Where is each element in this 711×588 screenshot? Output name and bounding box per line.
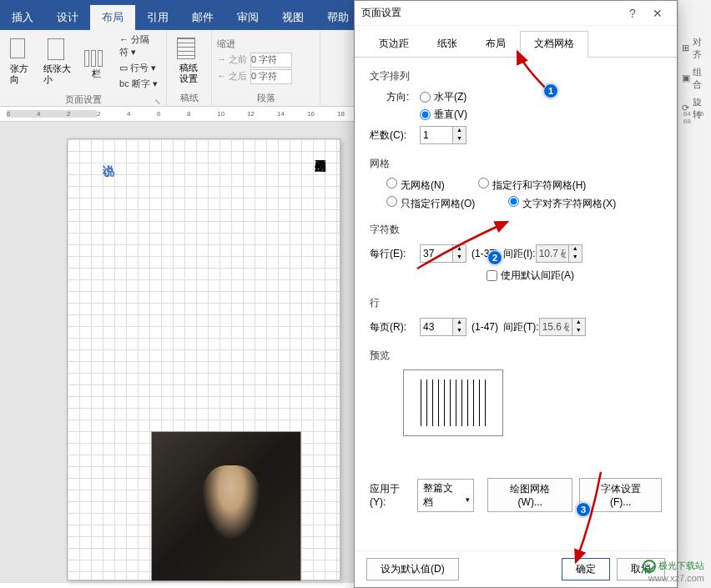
horizontal-radio[interactable] xyxy=(420,92,431,103)
page-setup-group-label: 页面设置⤡ xyxy=(5,92,161,108)
direction-label: 方向: xyxy=(386,90,420,104)
preview-box xyxy=(403,369,503,436)
annotation-badge-3: 3 xyxy=(576,502,591,517)
line-spacing-label: 间距(T): xyxy=(503,320,539,334)
columns-label: 栏 xyxy=(92,68,101,79)
document-image[interactable] xyxy=(151,431,301,581)
ok-button[interactable]: 确定 xyxy=(562,558,610,580)
text-direction-section: 文字排列 xyxy=(370,69,662,83)
chars-section: 字符数 xyxy=(370,223,662,237)
annotation-badge-1: 1 xyxy=(543,83,558,98)
page-setup-dialog: 页面设置 ? ✕ 页边距 纸张 布局 文档网格 文字排列 方向: 水平(Z) 垂… xyxy=(354,0,678,588)
dialog-title: 页面设置 xyxy=(361,6,620,20)
orientation-label: 张方向 xyxy=(10,63,33,85)
tab-mailings[interactable]: 邮件 xyxy=(180,5,225,30)
dlg-tab-paper[interactable]: 纸张 xyxy=(423,31,471,57)
size-label: 纸张大小 xyxy=(43,63,74,85)
grid-section: 网格 xyxy=(370,157,662,171)
dialog-tabs: 页边距 纸张 布局 文档网格 xyxy=(355,31,677,58)
tab-design[interactable]: 设计 xyxy=(45,5,90,30)
grid-none-radio[interactable] xyxy=(386,178,397,188)
per-line-label: 每行(E): xyxy=(370,247,420,261)
group-icon: ▣ xyxy=(682,73,691,84)
set-default-button[interactable]: 设为默认值(D) xyxy=(366,558,459,580)
orientation-button[interactable]: 张方向 xyxy=(5,32,38,92)
indent-header: 缩进 xyxy=(217,38,315,52)
page-setup-launcher-icon[interactable]: ⤡ xyxy=(154,98,161,106)
group-button[interactable]: ▣组合 xyxy=(678,63,711,93)
default-spacing-checkbox[interactable] xyxy=(487,270,497,281)
annotation-badge-2: 2 xyxy=(487,250,502,265)
hyphenation-button[interactable]: bc 断字 ▾ xyxy=(116,76,161,92)
dlg-tab-margins[interactable]: 页边距 xyxy=(365,31,423,57)
columns-count-spinner[interactable]: ▲▼ xyxy=(420,126,466,144)
dialog-titlebar[interactable]: 页面设置 ? ✕ xyxy=(355,1,677,26)
indent-after-label: ← 之后 xyxy=(217,70,250,83)
tab-references[interactable]: 引用 xyxy=(135,5,180,30)
grid-linechar-radio[interactable] xyxy=(478,178,489,188)
per-line-spinner[interactable]: ▲▼ xyxy=(420,244,466,263)
manuscript-label: 稿纸 设置 xyxy=(179,63,198,84)
dialog-body: 文字排列 方向: 水平(Z) 垂直(V) 栏数(C): ▲▼ 网格 无网格(N)… xyxy=(355,58,677,524)
indent-before-label: → 之前 xyxy=(217,53,250,66)
dlg-tab-grid[interactable]: 文档网格 xyxy=(520,31,588,58)
line-numbers-button[interactable]: ▭ 行号 ▾ xyxy=(116,60,161,76)
align-button[interactable]: ⊞对齐 xyxy=(678,33,711,63)
document-page[interactable]: 小说 出的便不再是戏剧 xyxy=(67,138,340,580)
dialog-close-button[interactable]: ✕ xyxy=(645,7,670,20)
ruler-right: 64 66 68 xyxy=(683,110,711,125)
size-button[interactable]: 纸张大小 xyxy=(38,32,79,92)
dialog-help-button[interactable]: ? xyxy=(620,7,645,20)
char-spacing-spinner: ▲▼ xyxy=(536,244,582,263)
columns-count-label: 栏数(C): xyxy=(370,128,420,143)
line-spacing-spinner: ▲▼ xyxy=(539,318,586,336)
arrange-panel: ⊞对齐 ▣组合 ⟳旋转 64 66 68 xyxy=(678,0,711,588)
manuscript-group-label: 稿纸 xyxy=(172,90,206,106)
breaks-button[interactable]: ← 分隔符 ▾ xyxy=(116,32,161,60)
preview-label: 预览 xyxy=(370,349,662,363)
tab-view[interactable]: 视图 xyxy=(270,5,315,30)
per-page-range: (1-47) xyxy=(471,321,498,333)
grid-lineonly-radio[interactable] xyxy=(386,196,397,207)
watermark-logo-icon xyxy=(643,560,656,573)
per-page-label: 每页(R): xyxy=(370,320,420,334)
lines-section: 行 xyxy=(370,296,662,310)
per-page-spinner[interactable]: ▲▼ xyxy=(420,318,466,336)
tab-review[interactable]: 审阅 xyxy=(225,5,270,30)
grid-charalign-radio[interactable] xyxy=(508,196,519,207)
tab-layout[interactable]: 布局 xyxy=(90,5,135,30)
dialog-footer: 设为默认值(D) 确定 取消 xyxy=(355,550,677,587)
columns-button[interactable]: 栏 xyxy=(79,32,113,92)
apply-to-label: 应用于(Y): xyxy=(370,482,411,508)
font-settings-button[interactable]: 字体设置(F)... xyxy=(579,478,662,512)
char-spacing-label: 间距(I): xyxy=(503,247,536,261)
draw-grid-button[interactable]: 绘图网格(W)... xyxy=(487,478,572,512)
indent-before-input[interactable] xyxy=(250,53,292,68)
manuscript-button[interactable]: 稿纸 设置 xyxy=(172,32,205,90)
apply-to-select[interactable]: 整篇文档 xyxy=(417,479,474,512)
dlg-tab-layout[interactable]: 布局 xyxy=(471,31,520,57)
indent-after-input[interactable] xyxy=(250,69,292,84)
tab-insert[interactable]: 插入 xyxy=(0,5,45,30)
paragraph-group-label: 段落 xyxy=(217,90,315,106)
watermark: 极光下载站 www.xz7.com xyxy=(643,560,704,583)
align-icon: ⊞ xyxy=(682,43,691,54)
vertical-radio[interactable] xyxy=(420,109,431,120)
